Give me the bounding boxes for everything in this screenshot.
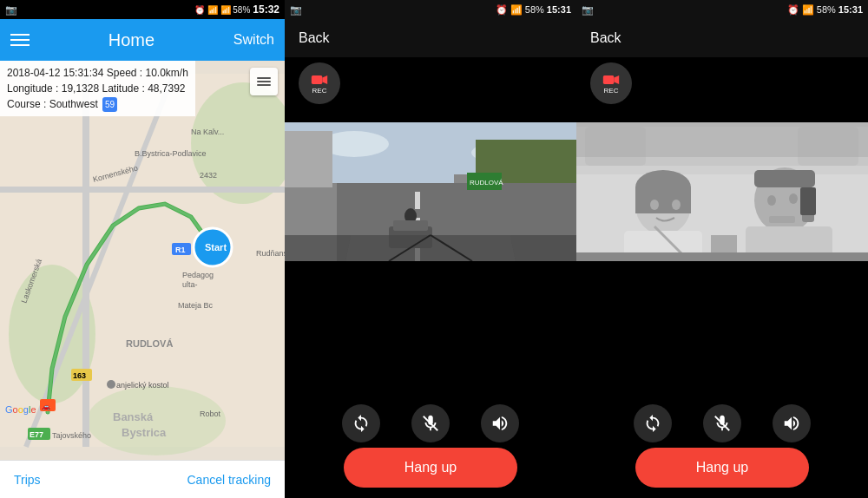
svg-text:Banská: Banská — [113, 410, 154, 423]
wifi-v1: 📶 — [510, 4, 523, 16]
dashcam-scene: RUDLOVÁ — [285, 122, 576, 261]
trips-button[interactable]: Trips — [14, 473, 41, 487]
road-scene-svg: RUDLOVÁ — [285, 122, 576, 261]
svg-rect-39 — [312, 75, 323, 84]
svg-point-30 — [107, 380, 115, 389]
back-label-v2: Back — [590, 30, 621, 46]
black-bottom-v1 — [285, 261, 576, 399]
svg-text:Bystrica: Bystrica — [122, 426, 167, 439]
svg-rect-82 — [800, 187, 816, 215]
status-icons: ⏰ 📶 📶 58% 15:32 — [194, 3, 280, 16]
speaker-button-v2[interactable] — [773, 404, 811, 442]
svg-marker-59 — [345, 235, 516, 261]
camera-icon-v1: 📷 — [290, 4, 302, 16]
svg-marker-64 — [614, 75, 619, 84]
switch-button[interactable]: Switch — [233, 32, 274, 48]
svg-point-77 — [672, 200, 681, 210]
back-bar-v2: Back — [576, 19, 868, 57]
controls-v1 — [285, 399, 576, 448]
svg-text:Mateja Bc: Mateja Bc — [178, 301, 214, 310]
battery-v2: 58% — [817, 4, 836, 15]
svg-text:R1: R1 — [175, 246, 186, 254]
map-svg: Kornenského Laskomerská B.Bystrica-Podla… — [0, 61, 285, 460]
mute-icon-v1 — [421, 414, 440, 433]
wifi-icon: 📶 — [207, 5, 218, 15]
map-layer-icon[interactable] — [250, 68, 278, 95]
rec-button-v2[interactable]: REC — [590, 62, 632, 104]
svg-text:Start: Start — [205, 242, 227, 252]
mute-button-v2[interactable] — [703, 404, 741, 442]
svg-rect-0 — [257, 77, 271, 79]
speaker-icon-v2 — [782, 414, 801, 433]
hamburger-menu[interactable] — [10, 34, 30, 46]
rec-area-v1: REC — [285, 57, 576, 109]
rec-button-v1[interactable]: REC — [299, 62, 340, 104]
mute-icon-v2 — [713, 414, 732, 433]
cancel-tracking-button[interactable]: Cancel tracking — [187, 473, 272, 487]
svg-text:ulta-: ulta- — [182, 280, 198, 289]
rec-text-v2: REC — [604, 87, 619, 95]
app-title: Home — [108, 30, 155, 50]
svg-text:Robot: Robot — [200, 410, 221, 418]
interior-scene — [576, 122, 868, 261]
rotate-button-v1[interactable] — [342, 404, 380, 442]
datetime-line: 2018-04-12 15:31:34 Speed : 10.0km/h — [7, 65, 188, 81]
course-line: Course : Southwest 59 — [7, 96, 188, 112]
coords-line: Longitude : 19,1328 Latitude : 48,7392 — [7, 81, 188, 96]
hangup-button-v2[interactable]: Hang up — [635, 448, 809, 488]
time-v2: 15:31 — [838, 4, 863, 15]
svg-rect-2 — [257, 84, 271, 86]
video-feed-v1: RUDLOVÁ — [285, 109, 576, 399]
svg-text:Rudňanská cesta: Rudňanská cesta — [256, 249, 285, 258]
wifi-v2: 📶 — [802, 4, 814, 16]
interior-scene-svg — [576, 122, 868, 261]
svg-rect-70 — [576, 122, 868, 157]
svg-text:anjelický kostol: anjelický kostol — [116, 381, 169, 390]
svg-rect-57 — [393, 220, 428, 231]
svg-point-6 — [87, 386, 226, 455]
hangup-area-v1: Hang up — [285, 448, 576, 498]
rec-area-v2: REC — [576, 57, 868, 109]
controls-v2 — [576, 399, 868, 448]
alarm-v1: ⏰ — [496, 4, 508, 16]
battery-v1: 58% — [525, 4, 544, 15]
rotate-icon-v2 — [643, 414, 662, 433]
svg-marker-40 — [322, 75, 327, 84]
svg-rect-1 — [257, 81, 271, 82]
mute-button-v1[interactable] — [411, 404, 450, 442]
speaker-button-v1[interactable] — [481, 404, 519, 442]
info-bar: 2018-04-12 15:31:34 Speed : 10.0km/h Lon… — [0, 61, 195, 116]
status-bar-video1: 📷 ⏰ 📶 58% 15:31 — [285, 0, 576, 19]
svg-text:Pedagog: Pedagog — [182, 271, 214, 279]
svg-point-83 — [767, 195, 776, 206]
svg-text:B.Bystrica-Podlavice: B.Bystrica-Podlavice — [135, 149, 207, 158]
status-bar-map: 📷 ⏰ 📶 📶 58% 15:32 — [0, 0, 285, 19]
alarm-v2: ⏰ — [787, 4, 799, 16]
svg-text:🚗: 🚗 — [42, 402, 50, 410]
camera-icon: 📷 — [5, 4, 17, 16]
rotate-button-v2[interactable] — [634, 404, 672, 442]
map-view[interactable]: Kornenského Laskomerská B.Bystrica-Podla… — [0, 61, 285, 460]
svg-point-76 — [650, 200, 659, 210]
video-panel-interior: 📷 ⏰ 📶 58% 15:31 Back REC — [576, 0, 868, 498]
battery-text: 📶 58% — [220, 5, 251, 15]
svg-rect-47 — [415, 192, 420, 209]
speaker-icon-v1 — [490, 414, 510, 433]
svg-rect-87 — [576, 252, 868, 261]
svg-rect-79 — [754, 170, 815, 187]
hangup-button-v1[interactable]: Hang up — [344, 448, 517, 488]
bottom-bar: Trips Cancel tracking — [0, 460, 285, 498]
google-logo: Google — [5, 404, 36, 415]
svg-rect-73 — [635, 187, 691, 213]
svg-rect-51 — [285, 131, 332, 187]
app-bar: Home Switch — [0, 19, 285, 61]
video-camera-icon-v2 — [602, 73, 620, 87]
black-bottom-v2 — [576, 261, 868, 399]
hangup-area-v2: Hang up — [576, 448, 868, 498]
layers-icon — [255, 73, 273, 90]
map-panel: 📷 ⏰ 📶 📶 58% 15:32 Home Switch 2018-04-12… — [0, 0, 285, 498]
svg-rect-63 — [603, 75, 615, 84]
status-icons-v2: ⏰ 📶 58% 15:31 — [787, 4, 863, 16]
video-panel-front: 📷 ⏰ 📶 58% 15:31 Back REC — [285, 0, 576, 498]
svg-rect-8 — [0, 187, 285, 193]
